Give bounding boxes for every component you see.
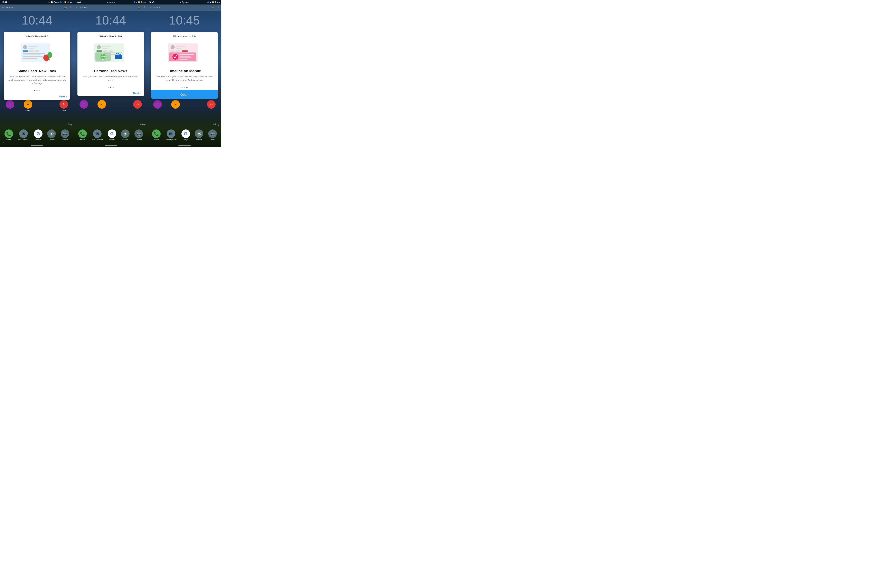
search-bar-3[interactable]: 🔍 Search 📷 🎤 [147, 4, 221, 10]
svg-point-1 [23, 45, 27, 49]
svg-rect-21 [96, 50, 102, 52]
feature-title-3: Timeline on Mobile [155, 69, 214, 73]
svg-rect-8 [23, 54, 41, 56]
svg-rect-30 [120, 54, 121, 56]
search-bar-2[interactable]: 🔍 Search 📷 🎤 [74, 4, 147, 10]
home-indicator-3 [178, 145, 191, 146]
dock-sms-2[interactable]: ✉ SMS Organizer [92, 129, 103, 141]
app-icon-music-3[interactable]: 🎵 [153, 100, 162, 109]
svg-rect-9 [23, 56, 43, 57]
status-bar-1: 10:44 📷 💬 ◯ ◎ • 🔵 ▲ 📶 🔋 4% [0, 0, 74, 4]
bing-bar-1: b Bing [66, 123, 72, 126]
svg-rect-47 [179, 57, 192, 58]
bing-bar-2: b Bing [140, 123, 146, 126]
next-button-2[interactable]: Next › [77, 90, 144, 96]
dot-3-1 [182, 87, 183, 88]
svg-point-37 [171, 45, 175, 49]
feature-title-2: Personalized News [81, 69, 140, 73]
app-icon-music-2[interactable]: 🎵 [80, 100, 88, 109]
dock-chrome-3[interactable]: Chrome [195, 129, 203, 141]
app-icon-amazon-3[interactable]: a [171, 100, 180, 109]
dock-camera-1[interactable]: 📷 Camera [61, 129, 69, 141]
back-button-2[interactable]: ‹ [77, 141, 78, 144]
illustration-2 [81, 40, 140, 67]
dock-google-2[interactable]: G Google [108, 129, 116, 141]
home-indicator-2 [105, 145, 117, 146]
dock-google-1[interactable]: G Google [34, 129, 42, 141]
back-button-1[interactable]: ‹ [3, 141, 4, 144]
svg-rect-48 [179, 59, 188, 60]
feature-desc-3: Jump back into your recent Office or Edg… [155, 75, 214, 82]
field-overlay-2 [74, 110, 147, 147]
dock-chrome-2[interactable]: Chrome [121, 129, 129, 141]
feature-title-1: Same Feed. New Look [8, 69, 66, 73]
app-grid-2: 🎵 a Ai 2 [74, 100, 147, 109]
svg-rect-4 [23, 50, 29, 52]
dock-camera-3[interactable]: 📷 Camera [208, 129, 217, 141]
search-bar-1[interactable]: 🔍 Search 📷 🎤 [0, 4, 74, 10]
dock-phone-3[interactable]: 📞 Phone [152, 129, 161, 141]
next-button-1[interactable]: Next › [4, 93, 70, 100]
dock-sms-3[interactable]: ✉ SMS Organizer [165, 129, 176, 141]
dock-google-3[interactable]: G Google [182, 129, 190, 141]
app-grid-3: 🎵 a Ai 1 [147, 100, 221, 109]
dock-sms-1[interactable]: ✉ SMS Organizer [18, 129, 29, 141]
svg-rect-2 [29, 46, 38, 47]
clock-1: 10:44 [0, 13, 74, 27]
status-bar-3: 10:45 🖥 System 🔵 ▲ 📶 🔋 4% [147, 0, 221, 4]
chevron-right-icon-1: › [66, 95, 67, 98]
svg-rect-23 [108, 50, 113, 52]
svg-rect-32 [107, 52, 122, 53]
svg-rect-39 [176, 48, 182, 49]
svg-rect-7 [23, 53, 45, 54]
svg-rect-31 [95, 62, 106, 62]
svg-rect-19 [102, 46, 111, 47]
got-it-button[interactable]: Got it [151, 90, 218, 99]
app-icon-airtel-3[interactable]: Ai 1 [207, 100, 215, 109]
dock-phone-2[interactable]: 📞 Phone [78, 129, 87, 141]
svg-rect-45 [179, 54, 194, 55]
modal-2: What's New in 5.0 [77, 32, 144, 96]
svg-rect-20 [102, 48, 108, 49]
app-icon-airtel[interactable]: Ai Airtel [59, 100, 68, 111]
phone-panel-2: 10:44 inshorts 🔵 ▲ 📶 🔋 4% 🔍 Search 📷 🎤 1… [74, 0, 147, 147]
dot-2-2 [110, 87, 111, 88]
svg-point-44 [173, 54, 178, 60]
dock-phone-1[interactable]: 📞 Phone [5, 129, 13, 141]
chevron-right-icon-2: › [140, 92, 141, 95]
svg-point-18 [97, 45, 101, 49]
dot-3-3 [187, 87, 188, 88]
dock-camera-2[interactable]: 📷 Camera [134, 129, 143, 141]
modal-1: What's New in 5.0 [4, 32, 70, 100]
feature-desc-1: Check out the addition of the News and T… [8, 75, 66, 85]
app-grid-1: 🎵 a Amazon Ai Airtel [0, 100, 74, 111]
home-indicator-1 [31, 145, 43, 146]
svg-point-13 [47, 52, 52, 58]
app-icon-amazon[interactable]: a Amazon [24, 100, 32, 111]
status-time-1: 10:44 [2, 1, 7, 3]
dot-1-1 [34, 90, 35, 91]
dot-3-2 [184, 87, 185, 88]
status-icons-1: 📷 💬 ◯ ◎ • 🔵 ▲ 📶 🔋 4% [48, 1, 72, 3]
clock-2: 10:44 [74, 13, 147, 27]
svg-rect-22 [103, 50, 107, 52]
phone-panel-3: 10:45 🖥 System 🔵 ▲ 📶 🔋 4% 🔍 Search 📷 🎤 1… [147, 0, 221, 147]
svg-rect-40 [182, 50, 188, 52]
svg-rect-46 [179, 56, 191, 57]
app-icon-airtel-2[interactable]: Ai 2 [133, 100, 142, 109]
page-dots-1 [4, 90, 70, 91]
app-icon-music[interactable]: 🎵 [6, 100, 14, 111]
back-button-3[interactable]: ‹ [150, 141, 151, 144]
page-dots-2 [77, 87, 144, 88]
svg-rect-5 [29, 50, 34, 52]
dot-1-3 [39, 90, 40, 91]
illustration-3 [155, 40, 214, 67]
dock-chrome-1[interactable]: Chrome [47, 129, 56, 141]
app-icon-amazon-2[interactable]: a [98, 100, 106, 109]
svg-rect-42 [176, 50, 180, 52]
modal-title-1: What's New in 5.0 [8, 35, 66, 38]
app-dock-3: 📞 Phone ✉ SMS Organizer G Google [147, 129, 221, 141]
modal-3: What's New in 5.0 [151, 32, 218, 99]
feature-desc-2: See your news feed become more personali… [81, 75, 140, 82]
svg-rect-38 [176, 46, 185, 47]
